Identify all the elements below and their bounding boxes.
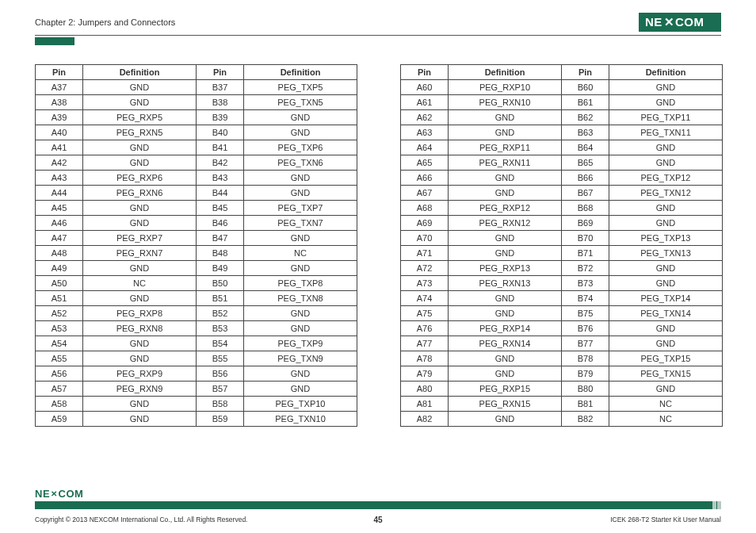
pin-cell: A45 [36,201,83,216]
pin-cell: B63 [562,125,609,140]
pin-cell: B57 [197,382,244,397]
definition-cell: GND [609,95,723,110]
table-header-row: Pin Definition Pin Definition [36,65,357,80]
definition-cell: GND [449,231,562,246]
definition-cell: PEG_TXP14 [609,291,723,306]
definition-cell: GND [449,186,562,201]
pin-cell: B51 [197,291,244,306]
definition-cell: GND [449,246,562,261]
pin-cell: A39 [36,110,83,125]
pin-cell: B80 [562,382,609,397]
pin-cell: A48 [36,246,83,261]
pin-cell: A50 [36,276,83,291]
definition-cell: PEG_TXP10 [244,397,357,412]
pin-cell: B58 [197,397,244,412]
pin-cell: A37 [36,80,83,95]
pin-cell: B66 [562,171,609,186]
table-row: A77PEG_RXN14B77GND [401,336,723,351]
definition-cell: GND [449,306,562,321]
definition-cell: PEG_TXN10 [244,412,357,427]
definition-cell: PEG_RXP14 [449,321,562,336]
pin-cell: A67 [401,186,449,201]
definition-cell: GND [609,216,723,231]
pin-cell: A55 [36,351,83,366]
pin-cell: A76 [401,321,449,336]
pin-cell: A59 [36,412,83,427]
definition-cell: GND [609,140,723,155]
pin-table-left: Pin Definition Pin Definition A37GNDB37P… [35,64,357,427]
pin-cell: B81 [562,397,609,412]
nexcom-logo-bottom: NE✕COM [35,488,83,500]
pin-cell: A58 [36,397,83,412]
pin-cell: B39 [197,110,244,125]
pin-cell: B45 [197,201,244,216]
definition-cell: PEG_RXP13 [449,261,562,276]
pin-cell: B48 [197,246,244,261]
table-row: A78GNDB78PEG_TXP15 [401,351,723,366]
pin-cell: A79 [401,366,449,382]
definition-cell: PEG_RXN12 [449,216,562,231]
definition-cell: PEG_TXN9 [244,351,357,366]
table-row: A57PEG_RXN9B57GND [36,382,357,397]
definition-cell: NC [609,412,723,427]
definition-cell: GND [83,155,197,171]
definition-cell: GND [609,382,723,397]
definition-cell: PEG_RXN13 [449,276,562,291]
table-row: A40PEG_RXN5B40GND [36,125,357,140]
footer-copyright: Copyright © 2013 NEXCOM International Co… [35,516,247,523]
definition-cell: PEG_TXN6 [244,155,357,171]
col-def-b: Definition [609,65,723,80]
pin-cell: B74 [562,291,609,306]
pin-cell: B59 [197,412,244,427]
definition-cell: GND [244,261,357,276]
definition-cell: PEG_RXN9 [83,382,197,397]
table-row: A55GNDB55PEG_TXN9 [36,351,357,366]
definition-cell: GND [609,80,723,95]
pin-cell: B43 [197,171,244,186]
definition-cell: PEG_RXP15 [449,382,562,397]
pin-cell: A52 [36,306,83,321]
pin-cell: A56 [36,366,83,382]
table-row: A65PEG_RXN11B65GND [401,155,723,171]
pin-cell: A71 [401,246,449,261]
table-row: A67GNDB67PEG_TXN12 [401,186,723,201]
table-row: A66GNDB66PEG_TXP12 [401,171,723,186]
pin-cell: B41 [197,140,244,155]
pin-table-right: Pin Definition Pin Definition A60PEG_RXP… [400,64,723,427]
definition-cell: GND [244,321,357,336]
definition-cell: PEG_TXN14 [609,306,723,321]
definition-cell: PEG_RXP7 [83,231,197,246]
definition-cell: GND [83,412,197,427]
pin-cell: A53 [36,321,83,336]
pin-cell: A72 [401,261,449,276]
pin-cell: A40 [36,125,83,140]
pin-cell: A42 [36,155,83,171]
pin-cell: B61 [562,95,609,110]
definition-cell: GND [449,351,562,366]
pin-cell: A69 [401,216,449,231]
table-row: A48PEG_RXN7B48NC [36,246,357,261]
definition-cell: PEG_TXP12 [609,171,723,186]
table-row: A58GNDB58PEG_TXP10 [36,397,357,412]
table-row: A61PEG_RXN10B61GND [401,95,723,110]
table-row: A56PEG_RXP9B56GND [36,366,357,382]
pin-cell: B47 [197,231,244,246]
definition-cell: GND [83,80,197,95]
pin-cell: A63 [401,125,449,140]
pin-cell: A38 [36,95,83,110]
definition-cell: GND [449,291,562,306]
table-row: A79GNDB79PEG_TXN15 [401,366,723,382]
definition-cell: GND [83,216,197,231]
svg-text:✕: ✕ [664,15,675,29]
pin-cell: A64 [401,140,449,155]
definition-cell: PEG_RXP11 [449,140,562,155]
pin-cell: B50 [197,276,244,291]
pin-cell: B79 [562,366,609,382]
table-header-row: Pin Definition Pin Definition [401,65,723,80]
definition-cell: GND [244,110,357,125]
pin-cell: A74 [401,291,449,306]
pin-cell: B76 [562,321,609,336]
definition-cell: PEG_TXN12 [609,186,723,201]
table-row: A46GNDB46PEG_TXN7 [36,216,357,231]
definition-cell: GND [244,306,357,321]
